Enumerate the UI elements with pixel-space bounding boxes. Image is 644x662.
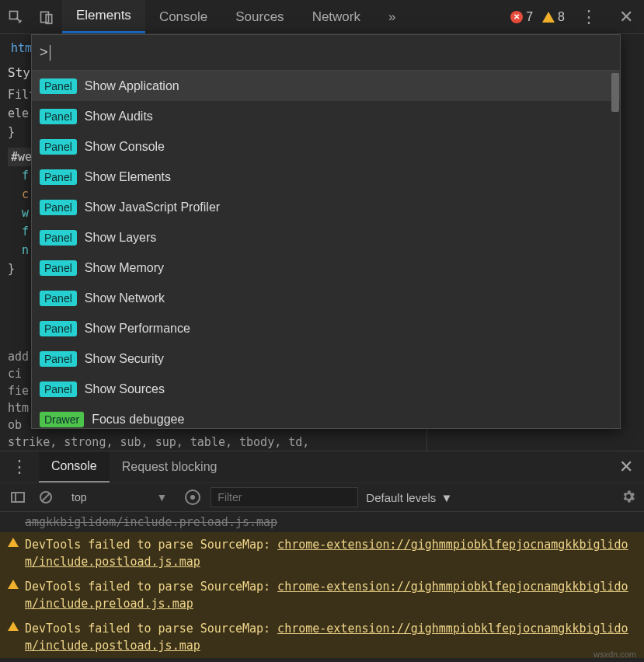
error-icon bbox=[510, 11, 523, 23]
command-category-pill: Panel bbox=[40, 200, 77, 215]
command-label: Show Audits bbox=[85, 110, 153, 124]
command-label: Show Network bbox=[85, 291, 165, 305]
warning-icon bbox=[8, 580, 19, 589]
command-label: Show Application bbox=[85, 79, 179, 93]
drawer-tabs: ⋮ ConsoleRequest blocking ✕ bbox=[0, 451, 644, 483]
command-label: Show Memory bbox=[85, 261, 164, 275]
tab-elements[interactable]: Elements bbox=[62, 0, 145, 33]
levels-label: Default levels bbox=[366, 491, 436, 504]
chevron-down-icon: ▼ bbox=[156, 491, 167, 503]
drawer-tab-console[interactable]: Console bbox=[39, 451, 110, 483]
command-item[interactable]: PanelShow Layers bbox=[32, 222, 620, 253]
svg-rect-3 bbox=[12, 493, 24, 502]
console-message: amgkkbiglidom/include.preload.js.map bbox=[0, 512, 644, 532]
command-category-pill: Panel bbox=[40, 291, 77, 306]
command-item[interactable]: PanelShow Security bbox=[32, 343, 620, 374]
error-counter[interactable]: 7 bbox=[506, 0, 538, 33]
command-label: Show Layers bbox=[85, 231, 157, 245]
live-expression-icon[interactable] bbox=[183, 490, 203, 505]
message-text: DevTools failed to parse SourceMap: bbox=[25, 622, 277, 636]
message-text: DevTools failed to parse SourceMap: bbox=[25, 538, 277, 552]
command-category-pill: Panel bbox=[40, 230, 77, 246]
command-input[interactable] bbox=[50, 45, 612, 61]
console-message: DevTools failed to parse SourceMap: chro… bbox=[0, 532, 644, 574]
error-count: 7 bbox=[526, 10, 533, 24]
command-label: Show Elements bbox=[85, 170, 171, 184]
console-message: DevTools failed to parse SourceMap: chro… bbox=[0, 574, 644, 616]
command-item[interactable]: PanelShow Performance bbox=[32, 313, 620, 343]
console-settings-icon[interactable] bbox=[621, 489, 636, 507]
command-category-pill: Panel bbox=[40, 321, 77, 336]
console-message: DevTools failed to parse SourceMap: chro… bbox=[0, 616, 644, 658]
console-body: amgkkbiglidom/include.preload.js.mapDevT… bbox=[0, 512, 644, 658]
command-item[interactable]: DrawerFocus debuggee bbox=[32, 404, 620, 428]
command-item[interactable]: PanelShow Memory bbox=[32, 253, 620, 283]
console-toolbar: top ▼ Default levels ▼ bbox=[0, 483, 644, 512]
command-label: Show JavaScript Profiler bbox=[85, 200, 220, 214]
drawer: ⋮ ConsoleRequest blocking ✕ top ▼ Defaul… bbox=[0, 451, 644, 662]
command-item[interactable]: PanelShow Application bbox=[32, 71, 620, 101]
console-filter-input[interactable] bbox=[211, 487, 358, 507]
command-item[interactable]: PanelShow Console bbox=[32, 131, 620, 162]
scrollbar-thumb[interactable] bbox=[611, 73, 619, 112]
inspect-element-icon[interactable] bbox=[0, 0, 31, 33]
command-item[interactable]: PanelShow Elements bbox=[32, 162, 620, 192]
warning-icon bbox=[8, 622, 19, 631]
command-input-row: > bbox=[32, 35, 620, 71]
warning-counter[interactable]: 8 bbox=[538, 0, 569, 33]
command-list: PanelShow ApplicationPanelShow AuditsPan… bbox=[32, 71, 620, 428]
svg-rect-1 bbox=[41, 12, 49, 22]
devtools-toolbar: ElementsConsoleSourcesNetwork » 7 8 ⋮ ✕ bbox=[0, 0, 644, 34]
command-scrollbar[interactable] bbox=[611, 71, 620, 428]
command-label: Show Security bbox=[85, 352, 164, 366]
command-prompt-glyph: > bbox=[40, 44, 50, 61]
warning-icon bbox=[8, 538, 19, 547]
command-item[interactable]: PanelShow JavaScript Profiler bbox=[32, 192, 620, 222]
command-category-pill: Panel bbox=[40, 382, 77, 397]
message-text: DevTools failed to parse SourceMap: bbox=[25, 580, 277, 594]
panel-tabs-overflow[interactable]: » bbox=[374, 0, 409, 33]
svg-line-6 bbox=[42, 493, 50, 501]
execution-context-select[interactable]: top ▼ bbox=[64, 491, 175, 503]
warning-icon bbox=[542, 12, 555, 23]
log-levels-select[interactable]: Default levels ▼ bbox=[366, 491, 452, 504]
console-prompt[interactable]: ❯ bbox=[0, 658, 644, 662]
command-category-pill: Panel bbox=[40, 139, 77, 155]
command-category-pill: Panel bbox=[40, 260, 77, 276]
command-label: Show Performance bbox=[85, 322, 190, 336]
command-label: Show Console bbox=[85, 140, 165, 154]
command-category-pill: Drawer bbox=[40, 411, 84, 427]
tab-console[interactable]: Console bbox=[145, 0, 221, 33]
command-label: Focus debuggee bbox=[92, 413, 184, 427]
command-item[interactable]: PanelShow Sources bbox=[32, 374, 620, 404]
panel-tabs: ElementsConsoleSourcesNetwork bbox=[62, 0, 374, 33]
main-area: htm Sty Filte ele } #we f c w f n} add c… bbox=[0, 34, 644, 451]
site-watermark: wsxdn.com bbox=[594, 650, 636, 659]
command-item[interactable]: PanelShow Audits bbox=[32, 101, 620, 131]
chevron-down-icon: ▼ bbox=[440, 491, 452, 504]
command-menu: > PanelShow ApplicationPanelShow AuditsP… bbox=[31, 34, 621, 429]
drawer-close-icon[interactable]: ✕ bbox=[608, 451, 644, 483]
command-label: Show Sources bbox=[85, 382, 165, 396]
tab-network[interactable]: Network bbox=[298, 0, 374, 33]
drawer-menu-icon[interactable]: ⋮ bbox=[0, 451, 39, 483]
tab-sources[interactable]: Sources bbox=[221, 0, 298, 33]
command-category-pill: Panel bbox=[40, 169, 77, 185]
device-toggle-icon[interactable] bbox=[31, 0, 62, 33]
warning-count: 8 bbox=[558, 10, 565, 24]
command-category-pill: Panel bbox=[40, 351, 77, 367]
command-item[interactable]: PanelShow Network bbox=[32, 283, 620, 313]
context-label: top bbox=[71, 491, 86, 503]
close-devtools-icon[interactable]: ✕ bbox=[608, 0, 644, 33]
console-sidebar-toggle-icon[interactable] bbox=[8, 492, 28, 503]
settings-menu-icon[interactable]: ⋮ bbox=[569, 0, 608, 33]
command-category-pill: Panel bbox=[40, 109, 77, 124]
drawer-tab-request-blocking[interactable]: Request blocking bbox=[110, 451, 230, 483]
clear-console-icon[interactable] bbox=[36, 490, 56, 504]
command-category-pill: Panel bbox=[40, 78, 77, 94]
